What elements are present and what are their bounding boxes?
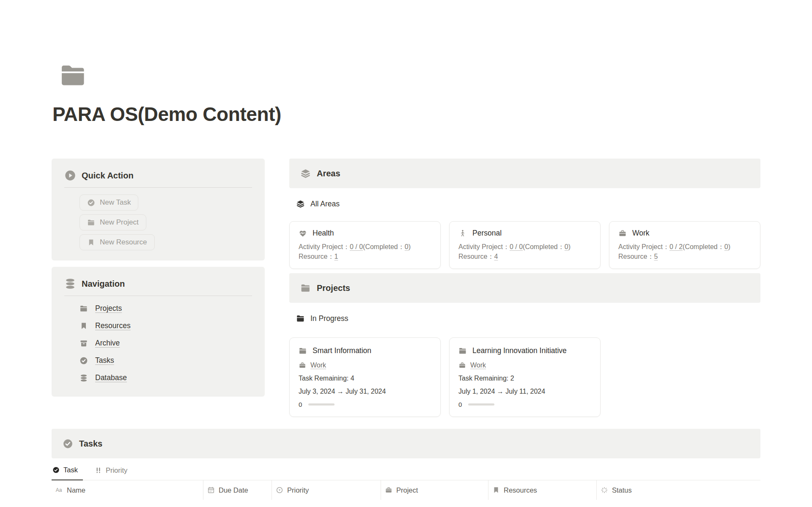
column-label: Priority xyxy=(287,486,309,494)
area-card-name: Health xyxy=(313,229,334,238)
archive-icon xyxy=(80,339,88,348)
status-icon xyxy=(601,486,608,494)
column-header-due-date[interactable]: Due Date xyxy=(203,480,272,500)
column-label: Project xyxy=(396,486,418,494)
project-card-smart-information[interactable]: Smart Information Work Task Remaining: 4… xyxy=(289,337,441,417)
nav-item-database[interactable]: Database xyxy=(80,369,252,386)
progress-bar xyxy=(468,403,494,406)
resource-count-link[interactable]: 1 xyxy=(334,253,338,260)
quick-action-buttons: New Task New Project New Resource xyxy=(80,195,252,250)
new-task-label: New Task xyxy=(100,198,131,207)
completed-projects-link[interactable]: 0 xyxy=(724,243,728,250)
nav-item-tasks[interactable]: Tasks xyxy=(80,352,252,369)
column-label: Name xyxy=(67,486,85,494)
project-area-row: Work xyxy=(299,362,431,369)
area-card-name: Work xyxy=(632,229,650,238)
folder-icon xyxy=(458,347,467,355)
text-icon: Aa xyxy=(55,486,63,494)
column-header-name[interactable]: Aa Name xyxy=(52,480,203,500)
completed-label: (Completed： xyxy=(683,243,724,250)
progress-row: 0 xyxy=(458,401,591,408)
projects-cards-grid: Smart Information Work Task Remaining: 4… xyxy=(289,337,760,417)
area-card-name: Personal xyxy=(472,229,502,238)
nav-link-database[interactable]: Database xyxy=(95,373,127,382)
svg-text:Aa: Aa xyxy=(56,487,62,493)
area-card-personal[interactable]: Personal Activity Project：0 / 0(Complete… xyxy=(449,221,601,269)
folder-icon xyxy=(80,304,88,313)
resource-label: Resource： xyxy=(618,253,654,260)
card-title-row: Learning Innovation Initiative xyxy=(458,346,591,355)
database-icon xyxy=(64,278,76,290)
column-header-priority[interactable]: Priority xyxy=(272,480,381,500)
in-progress-label: In Progress xyxy=(310,314,348,323)
nav-item-resources[interactable]: Resources xyxy=(80,317,252,334)
completed-projects-link[interactable]: 0 xyxy=(565,243,568,250)
tab-task[interactable]: Task xyxy=(52,463,83,480)
play-circle-icon xyxy=(64,170,76,181)
nav-item-projects[interactable]: Projects xyxy=(80,300,252,317)
nav-link-tasks[interactable]: Tasks xyxy=(95,356,114,365)
tab-priority-label: Priority xyxy=(106,466,127,474)
check-circle-icon xyxy=(52,466,60,474)
layers-icon xyxy=(296,200,305,208)
activity-label: Activity Project： xyxy=(458,243,510,250)
new-task-button[interactable]: New Task xyxy=(80,195,138,211)
column-header-project[interactable]: Project xyxy=(381,480,488,500)
column-header-status[interactable]: Status xyxy=(596,480,760,500)
in-progress-group[interactable]: In Progress xyxy=(296,312,760,325)
navigation-title: Navigation xyxy=(82,279,125,289)
area-card-health[interactable]: Health Activity Project：0 / 0(Completed：… xyxy=(289,221,441,269)
new-resource-button[interactable]: New Resource xyxy=(80,234,155,250)
task-remaining: Task Remaining: 2 xyxy=(458,375,591,382)
new-project-label: New Project xyxy=(100,218,139,227)
active-projects-link[interactable]: 0 / 0 xyxy=(350,243,363,250)
active-projects-link[interactable]: 0 / 2 xyxy=(669,243,683,250)
all-areas-group[interactable]: All Areas xyxy=(296,197,760,210)
heart-pulse-icon xyxy=(299,229,307,238)
double-exclamation-icon xyxy=(95,467,102,474)
project-area-link[interactable]: Work xyxy=(470,362,486,369)
page-icon-wrap xyxy=(52,61,760,92)
nav-link-archive[interactable]: Archive xyxy=(95,339,120,348)
completed-projects-link[interactable]: 0 xyxy=(405,243,409,250)
all-areas-label: All Areas xyxy=(310,200,340,208)
database-icon xyxy=(80,374,88,382)
project-area-link[interactable]: Work xyxy=(310,362,326,369)
navigation-header: Navigation xyxy=(64,278,252,290)
quick-action-header: Quick Action xyxy=(64,170,252,181)
tasks-view-tabs: Task Priority xyxy=(52,463,760,480)
active-projects-link[interactable]: 0 / 0 xyxy=(510,243,523,250)
project-card-learning-innovation[interactable]: Learning Innovation Initiative Work Task… xyxy=(449,337,601,417)
card-title-row: Health xyxy=(299,229,431,238)
activity-label: Activity Project： xyxy=(299,243,350,250)
area-card-stats: Activity Project：0 / 2(Completed：0) Reso… xyxy=(618,242,751,261)
briefcase-icon xyxy=(299,362,306,369)
select-icon xyxy=(276,486,283,494)
nav-link-resources[interactable]: Resources xyxy=(95,321,131,330)
activity-line: Activity Project：0 / 2(Completed：0) xyxy=(618,242,751,252)
tab-priority[interactable]: Priority xyxy=(94,464,132,480)
column-header-resources[interactable]: Resources xyxy=(488,480,596,500)
areas-cards-grid: Health Activity Project：0 / 0(Completed：… xyxy=(289,221,760,269)
card-title-row: Work xyxy=(618,229,751,238)
tasks-table-header: Aa Name Due Date Priority Project Resour… xyxy=(52,480,760,500)
projects-section-header: Projects xyxy=(289,273,760,303)
calendar-icon xyxy=(207,486,215,494)
bookmark-icon xyxy=(492,486,500,494)
layers-icon xyxy=(300,168,311,179)
nav-link-projects[interactable]: Projects xyxy=(95,304,122,313)
person-icon xyxy=(458,229,467,238)
new-project-button[interactable]: New Project xyxy=(80,214,146,230)
activity-label: Activity Project： xyxy=(618,243,669,250)
column-label: Resources xyxy=(504,486,537,494)
resource-count-link[interactable]: 5 xyxy=(654,253,658,260)
page-title: PARA OS(Demo Content) xyxy=(52,103,760,126)
area-card-work[interactable]: Work Activity Project：0 / 2(Completed：0)… xyxy=(609,221,760,269)
quick-action-callout: Quick Action New Task New Project New Re… xyxy=(52,159,265,260)
resource-count-link[interactable]: 4 xyxy=(494,253,498,260)
projects-section-title: Projects xyxy=(317,283,350,293)
folder-icon[interactable] xyxy=(57,61,90,90)
nav-item-archive[interactable]: Archive xyxy=(80,334,252,352)
completed-close: ) xyxy=(728,243,730,250)
project-card-name: Smart Information xyxy=(313,346,371,355)
